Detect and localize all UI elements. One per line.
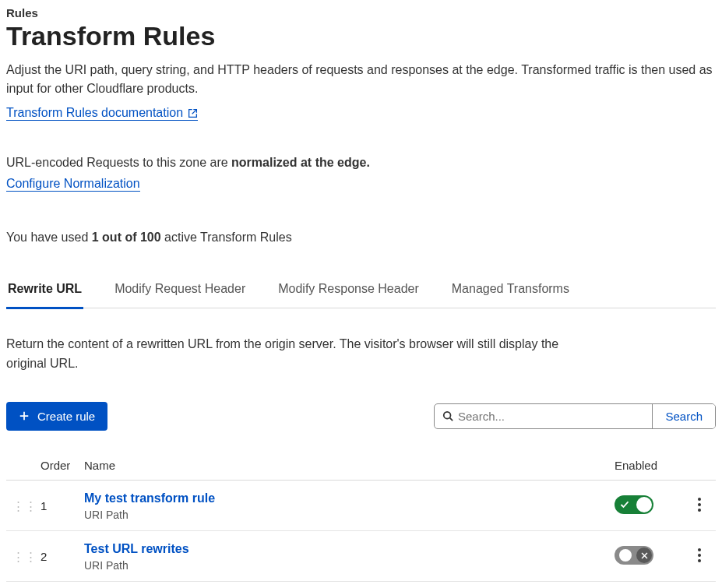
doc-link[interactable]: Transform Rules documentation xyxy=(6,106,198,121)
x-icon xyxy=(640,551,649,560)
col-actions xyxy=(683,451,716,481)
rules-table: Order Name Enabled ⋮⋮1My test transform … xyxy=(6,451,716,582)
search-input[interactable] xyxy=(458,410,644,423)
row-actions-button[interactable] xyxy=(693,545,706,568)
tabs: Rewrite URLModify Request HeaderModify R… xyxy=(6,274,716,308)
check-icon xyxy=(620,500,629,509)
svg-point-4 xyxy=(698,548,701,551)
tab-modify-response-header[interactable]: Modify Response Header xyxy=(276,274,421,309)
tab-rewrite-url[interactable]: Rewrite URL xyxy=(6,274,83,309)
doc-link-label: Transform Rules documentation xyxy=(6,106,183,120)
svg-point-0 xyxy=(444,412,451,419)
col-name: Name xyxy=(78,451,608,481)
svg-point-2 xyxy=(698,503,701,506)
table-row: ⋮⋮2Test URL rewritesURI Path xyxy=(6,530,716,581)
search-button[interactable]: Search xyxy=(652,404,715,428)
tab-managed-transforms[interactable]: Managed Transforms xyxy=(450,274,571,309)
svg-point-1 xyxy=(698,498,701,501)
rule-order: 2 xyxy=(34,530,78,581)
usage-prefix: You have used xyxy=(6,231,92,244)
normalize-status-line: URL-encoded Requests to this zone are no… xyxy=(6,153,716,172)
enabled-toggle[interactable] xyxy=(615,546,653,565)
search-icon xyxy=(442,410,453,421)
rule-name-link[interactable]: My test transform rule xyxy=(84,491,215,505)
kebab-icon xyxy=(698,498,701,512)
svg-point-3 xyxy=(698,509,701,512)
plus-icon xyxy=(19,410,30,421)
rule-subtype: URI Path xyxy=(84,509,602,521)
tab-description: Return the content of a rewritten URL fr… xyxy=(6,335,567,374)
create-rule-label: Create rule xyxy=(37,410,95,423)
create-rule-button[interactable]: Create rule xyxy=(6,402,107,431)
svg-point-6 xyxy=(698,559,701,562)
usage-suffix: active Transform Rules xyxy=(161,231,292,244)
rule-name-link[interactable]: Test URL rewrites xyxy=(84,542,189,555)
rule-subtype: URI Path xyxy=(84,559,602,572)
tab-modify-request-header[interactable]: Modify Request Header xyxy=(113,274,247,309)
row-actions-button[interactable] xyxy=(693,495,706,517)
page-title: Transform Rules xyxy=(6,21,716,51)
col-drag xyxy=(6,451,34,481)
table-row: ⋮⋮1My test transform ruleURI Path xyxy=(6,480,716,530)
breadcrumb: Rules xyxy=(6,6,716,19)
toolbar: Create rule Search xyxy=(6,402,716,431)
svg-point-5 xyxy=(698,554,701,557)
configure-normalization-link[interactable]: Configure Normalization xyxy=(6,177,140,192)
kebab-icon xyxy=(698,548,701,562)
rule-order: 1 xyxy=(34,480,78,530)
page-description: Adjust the URI path, query string, and H… xyxy=(6,61,715,98)
search-group: Search xyxy=(434,403,716,429)
usage-line: You have used 1 out of 100 active Transf… xyxy=(6,231,716,245)
enabled-toggle[interactable] xyxy=(615,495,653,514)
col-order: Order xyxy=(34,451,78,481)
col-enabled: Enabled xyxy=(608,451,683,481)
drag-handle-icon[interactable]: ⋮⋮ xyxy=(12,504,22,509)
external-link-icon xyxy=(188,108,198,118)
normalize-prefix: URL-encoded Requests to this zone are xyxy=(6,156,231,169)
normalize-status: normalized at the edge. xyxy=(231,156,370,169)
usage-count: 1 out of 100 xyxy=(92,231,161,244)
drag-handle-icon[interactable]: ⋮⋮ xyxy=(12,555,22,559)
